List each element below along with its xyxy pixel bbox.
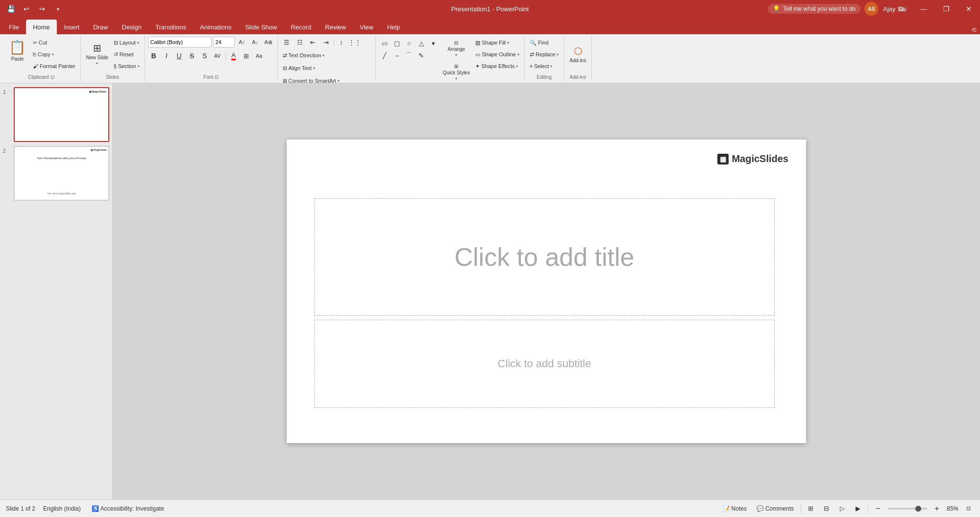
tab-draw[interactable]: Draw bbox=[86, 20, 115, 34]
strikethrough-button[interactable]: S bbox=[186, 50, 198, 62]
layout-button[interactable]: ⊟ Layout ▾ bbox=[112, 37, 142, 48]
shape-ellipse-icon[interactable]: ○ bbox=[403, 37, 415, 49]
font-label: Font ⊡ bbox=[203, 74, 219, 81]
fit-slide-button[interactable]: ⊡ bbox=[962, 503, 974, 515]
tab-review[interactable]: Review bbox=[318, 20, 353, 34]
canvas-area: ▦ MagicSlides Click to add title Click t… bbox=[113, 83, 980, 499]
shape-effects-button[interactable]: ✦ Shape Effects ▾ bbox=[473, 61, 521, 71]
line-spacing-button[interactable]: ↕ bbox=[336, 36, 347, 48]
save-icon[interactable]: 💾 bbox=[4, 2, 18, 16]
tab-design[interactable]: Design bbox=[115, 20, 148, 34]
paragraph-group: ☰ ☷ ⇤ ⇥ ↕ ⋮⋮ ⇄ Text Direction ▾ ⊟ Align … bbox=[278, 35, 376, 82]
font-size-input[interactable] bbox=[213, 37, 235, 47]
font-size-dropdown[interactable]: Aa bbox=[253, 50, 265, 62]
subtitle-placeholder[interactable]: Click to add subtitle bbox=[314, 320, 775, 408]
tab-view[interactable]: View bbox=[353, 20, 380, 34]
arrange-button[interactable]: ⊟ Arrange ▾ bbox=[441, 37, 473, 60]
accessibility-button[interactable]: ♿ Accessibility: Investigate bbox=[89, 504, 167, 514]
shape-rect-icon[interactable]: ▭ bbox=[379, 37, 391, 49]
paragraph-row3: ⊟ Align Text ▾ bbox=[281, 63, 372, 73]
align-icon: ⊟ bbox=[283, 65, 287, 71]
highlight-button[interactable]: ⊞ bbox=[241, 50, 252, 62]
user-avatar[interactable]: AS bbox=[864, 2, 878, 16]
thumb-2-subtitle: link: www.magicslides.app bbox=[19, 192, 104, 195]
reset-button[interactable]: ↺ Reset bbox=[112, 49, 142, 60]
restore-button[interactable]: ❐ bbox=[935, 0, 957, 18]
zoom-out-button[interactable]: − bbox=[872, 503, 884, 515]
thumb-2-title: Turn Presentations with just a Prompt bbox=[19, 157, 104, 160]
shape-fill-button[interactable]: ▧ Shape Fill ▾ bbox=[473, 37, 521, 48]
text-direction-button[interactable]: ⇄ Text Direction ▾ bbox=[281, 50, 327, 61]
slide-canvas[interactable]: ▦ MagicSlides Click to add title Click t… bbox=[287, 140, 806, 443]
tab-home[interactable]: Home bbox=[26, 20, 57, 34]
tab-file[interactable]: File bbox=[2, 20, 26, 34]
tab-transitions[interactable]: Transitions bbox=[148, 20, 193, 34]
decrease-indent-button[interactable]: ⇤ bbox=[307, 36, 319, 48]
shape-format-btns: ▧ Shape Fill ▾ ▭ Shape Outline ▾ ✦ Shape… bbox=[473, 37, 521, 71]
copy-dropdown[interactable]: ▾ bbox=[52, 52, 54, 57]
share-icon[interactable]: ⎋ bbox=[972, 25, 980, 34]
shape-arrow-icon[interactable]: → bbox=[391, 49, 403, 61]
new-slide-dropdown[interactable]: ▾ bbox=[96, 61, 98, 66]
comments-button[interactable]: 💬 Comments bbox=[754, 504, 797, 514]
shape-more-icon[interactable]: ▾ bbox=[428, 37, 440, 49]
slide-1-thumb[interactable]: ▦ MagicSlides bbox=[14, 87, 109, 142]
zoom-thumb[interactable] bbox=[915, 506, 921, 512]
shape-curve-icon[interactable]: ⌒ bbox=[403, 49, 415, 61]
increase-indent-button[interactable]: ⇥ bbox=[320, 36, 332, 48]
customize-icon[interactable]: ▾ bbox=[51, 2, 65, 16]
normal-view-button[interactable]: ⊞ bbox=[805, 503, 817, 515]
zoom-slider[interactable] bbox=[888, 508, 927, 510]
tab-insert[interactable]: Insert bbox=[57, 20, 87, 34]
underline-button[interactable]: U bbox=[173, 50, 185, 62]
new-slide-button[interactable]: ⊞ New Slide ▾ bbox=[84, 37, 111, 70]
font-color-button[interactable]: A bbox=[228, 50, 240, 62]
decrease-font-button[interactable]: A↓ bbox=[249, 36, 261, 48]
quick-styles-button[interactable]: ⊞ Quick Styles ▾ bbox=[441, 61, 473, 83]
paste-button[interactable]: 📋 Paste bbox=[5, 37, 30, 64]
italic-button[interactable]: I bbox=[161, 50, 172, 62]
title-placeholder[interactable]: Click to add title bbox=[314, 198, 775, 316]
font-name-input[interactable] bbox=[148, 37, 212, 47]
shape-roundrect-icon[interactable]: ▢ bbox=[391, 37, 403, 49]
align-text-button[interactable]: ⊟ Align Text ▾ bbox=[281, 63, 318, 73]
text-shadow-button[interactable]: S bbox=[199, 50, 211, 62]
columns-button[interactable]: ⋮⋮ bbox=[349, 36, 361, 48]
cut-button[interactable]: ✂ Cut bbox=[31, 37, 77, 48]
redo-icon[interactable]: ↪ bbox=[35, 2, 49, 16]
tab-help[interactable]: Help bbox=[380, 20, 407, 34]
shape-line-icon[interactable]: ╱ bbox=[379, 49, 391, 61]
close-button[interactable]: ✕ bbox=[957, 0, 980, 18]
tab-animations[interactable]: Animations bbox=[193, 20, 238, 34]
reading-view-button[interactable]: ▷ bbox=[836, 503, 848, 515]
minimize-button[interactable]: — bbox=[912, 0, 935, 18]
clear-format-button[interactable]: A⊗ bbox=[263, 36, 274, 48]
find-button[interactable]: 🔍 Find bbox=[528, 37, 561, 48]
bold-button[interactable]: B bbox=[148, 50, 160, 62]
slide-sorter-button[interactable]: ⊟ bbox=[821, 503, 833, 515]
increase-font-button[interactable]: A↑ bbox=[236, 36, 248, 48]
clipboard-expand[interactable]: ⊡ bbox=[50, 74, 54, 80]
slide-2-thumb[interactable]: ▦ MagicSlides Turn Presentations with ju… bbox=[14, 146, 109, 201]
numbering-button[interactable]: ☷ bbox=[294, 36, 306, 48]
shape-isosceles-icon[interactable]: △ bbox=[416, 37, 427, 49]
shape-outline-button[interactable]: ▭ Shape Outline ▾ bbox=[473, 49, 521, 60]
font-expand[interactable]: ⊡ bbox=[215, 74, 219, 80]
format-painter-button[interactable]: 🖌 Format Painter bbox=[31, 61, 77, 71]
tell-me-bar[interactable]: 💡 Tell me what you want to do bbox=[768, 4, 860, 14]
copy-button[interactable]: ⎘ Copy ▾ bbox=[31, 49, 77, 60]
char-spacing-button[interactable]: AV bbox=[212, 50, 223, 62]
tab-slideshow[interactable]: Slide Show bbox=[238, 20, 284, 34]
tab-record[interactable]: Record bbox=[284, 20, 318, 34]
notes-button[interactable]: 📝 Notes bbox=[720, 504, 750, 514]
section-button[interactable]: § Section ▾ bbox=[112, 61, 142, 71]
slideshow-view-button[interactable]: ▶ bbox=[852, 503, 864, 515]
addins-button[interactable]: ⬡ Add-ins bbox=[567, 37, 588, 70]
undo-icon[interactable]: ↩ bbox=[20, 2, 33, 16]
replace-button[interactable]: ⇄ Replace ▾ bbox=[528, 49, 561, 60]
bullets-button[interactable]: ☰ bbox=[281, 36, 293, 48]
ribbon-collapse-icon[interactable]: ⊟ bbox=[890, 0, 912, 18]
shape-freeform-icon[interactable]: ✎ bbox=[416, 49, 427, 61]
select-button[interactable]: ⌖ Select ▾ bbox=[528, 61, 561, 71]
zoom-in-button[interactable]: + bbox=[931, 503, 943, 515]
